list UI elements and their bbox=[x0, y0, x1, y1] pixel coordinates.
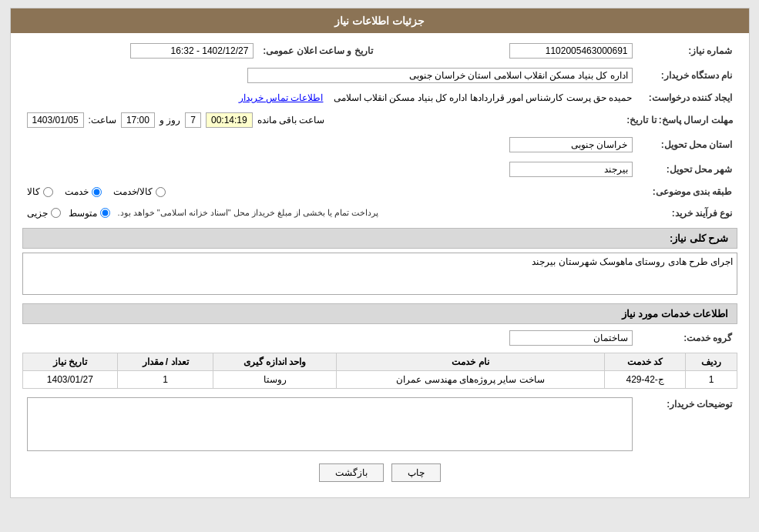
buyer-org-label: نام دستگاه خریدار: bbox=[637, 65, 737, 85]
back-button[interactable]: بازگشت bbox=[319, 463, 384, 482]
cell-name: ساخت سایر پروژه‌های مهندسی عمران bbox=[337, 371, 605, 389]
col-name: نام خدمت bbox=[337, 353, 605, 371]
purchase-type-label: نوع فرآیند خرید: bbox=[637, 204, 737, 222]
service-group-box: ساختمان bbox=[509, 330, 633, 346]
buyer-org-value: اداره کل بنیاد مسکن انقلاب اسلامی استان … bbox=[22, 65, 637, 85]
creator-value: حمیده حق پرست کارشناس امور قراردادها ادا… bbox=[22, 90, 637, 105]
province-value: خراسان جنوبی bbox=[22, 135, 637, 155]
page-wrapper: جزئیات اطلاعات نیاز شماره نیاز: 11020054… bbox=[10, 8, 750, 498]
print-button[interactable]: چاپ bbox=[391, 463, 441, 482]
col-unit: واحد اندازه گیری bbox=[213, 353, 336, 371]
creator-label: ایجاد کننده درخواست: bbox=[637, 90, 737, 105]
description-area: اجرای طرح هادی روستای ماهوسک شهرستان بیر… bbox=[22, 253, 737, 297]
cell-quantity: 1 bbox=[118, 371, 213, 389]
city-label: شهر محل تحویل: bbox=[637, 159, 737, 179]
province-box: خراسان جنوبی bbox=[509, 137, 633, 152]
purchase-type-note: پرداخت تمام یا بخشی از مبلغ خریداز محل "… bbox=[118, 206, 379, 219]
purchase-type-motavasset-label: متوسط bbox=[69, 208, 97, 219]
deadline-remaining-label: ساعت باقی مانده bbox=[257, 115, 325, 125]
purchase-type-value: جزیی متوسط پرداخت تمام یا بخشی از مبلغ خ… bbox=[22, 204, 637, 222]
category-label: طبقه بندی موضوعی: bbox=[637, 184, 737, 199]
description-textarea[interactable]: اجرای طرح هادی روستای ماهوسک شهرستان بیر… bbox=[22, 253, 737, 295]
description-section-header: شرح کلی نیاز: bbox=[22, 228, 737, 249]
announcement-date-box: 1402/12/27 - 16:32 bbox=[130, 43, 254, 59]
category-khedmat-radio[interactable] bbox=[92, 187, 102, 197]
announcement-date-label: تاریخ و ساعت اعلان عمومی: bbox=[258, 41, 377, 61]
category-kala-radio[interactable] bbox=[43, 187, 53, 197]
category-option-kala-khedmat[interactable]: کالا/خدمت bbox=[113, 186, 166, 197]
city-table: شهر محل تحویل: بیرجند bbox=[22, 159, 737, 179]
deadline-time: 17:00 bbox=[121, 112, 155, 128]
deadline-value: 1403/01/05 ساعت: 17:00 روز و 7 00:14:19 … bbox=[22, 110, 623, 130]
buyer-notes-value bbox=[22, 395, 637, 456]
purchase-type-jozi-label: جزیی bbox=[27, 208, 48, 219]
purchase-type-table: نوع فرآیند خرید: جزیی متوسط bbox=[22, 204, 737, 222]
buyer-notes-textarea[interactable] bbox=[27, 397, 633, 451]
cell-date: 1403/01/27 bbox=[22, 371, 118, 389]
buyer-notes-label: توضیحات خریدار: bbox=[637, 395, 737, 456]
need-number-box: 1102005463000691 bbox=[509, 43, 633, 59]
creator-text: حمیده حق پرست کارشناس امور قراردادها ادا… bbox=[334, 92, 633, 103]
need-number-label: شماره نیاز: bbox=[637, 41, 737, 61]
deadline-days: 7 bbox=[185, 112, 201, 128]
purchase-type-jozi-radio[interactable] bbox=[51, 208, 61, 218]
table-row: 1ج-42-429ساخت سایر پروژه‌های مهندسی عمرا… bbox=[22, 371, 737, 389]
deadline-date: 1403/01/05 bbox=[27, 112, 84, 128]
cell-unit: روستا bbox=[213, 371, 336, 389]
services-section-header: اطلاعات خدمات مورد نیاز bbox=[22, 303, 737, 324]
category-kala-khedmat-radio[interactable] bbox=[156, 187, 166, 197]
header-info-table: شماره نیاز: 1102005463000691 تاریخ و ساع… bbox=[22, 41, 737, 61]
button-row: چاپ بازگشت bbox=[22, 463, 737, 482]
category-kala-khedmat-label: کالا/خدمت bbox=[113, 186, 153, 197]
buyer-org-box: اداره کل بنیاد مسکن انقلاب اسلامی استان … bbox=[247, 68, 633, 83]
cell-row: 1 bbox=[686, 371, 737, 389]
need-number-value: 1102005463000691 bbox=[401, 41, 637, 61]
category-kala-label: کالا bbox=[27, 186, 40, 197]
cell-code: ج-42-429 bbox=[604, 371, 686, 389]
creator-table: ایجاد کننده درخواست: حمیده حق پرست کارشن… bbox=[22, 90, 737, 105]
deadline-time-label: ساعت: bbox=[89, 115, 116, 125]
page-title: جزئیات اطلاعات نیاز bbox=[11, 8, 749, 33]
col-qty: تعداد / مقدار bbox=[118, 353, 213, 371]
category-table: طبقه بندی موضوعی: کالا خدمت کالا/خدمت bbox=[22, 184, 737, 199]
province-label: استان محل تحویل: bbox=[637, 135, 737, 155]
announcement-date-value: 1402/12/27 - 16:32 bbox=[22, 41, 259, 61]
content-area: شماره نیاز: 1102005463000691 تاریخ و ساع… bbox=[11, 33, 749, 497]
col-row: ردیف bbox=[686, 353, 737, 371]
col-date: تاریخ نیاز bbox=[22, 353, 118, 371]
col-code: کد خدمت bbox=[604, 353, 686, 371]
deadline-label: مهلت ارسال پاسخ: تا تاریخ: bbox=[622, 110, 737, 130]
deadline-table: مهلت ارسال پاسخ: تا تاریخ: 1403/01/05 سا… bbox=[22, 110, 737, 130]
city-box: بیرجند bbox=[509, 162, 633, 177]
service-group-label: گروه خدمت: bbox=[637, 328, 737, 348]
category-option-khedmat[interactable]: خدمت bbox=[65, 186, 102, 197]
category-option-kala[interactable]: کالا bbox=[27, 186, 53, 197]
category-khedmat-label: خدمت bbox=[65, 186, 89, 197]
service-group-value: ساختمان bbox=[22, 328, 637, 348]
contact-link[interactable]: اطلاعات تماس خریدار bbox=[239, 92, 324, 103]
category-value: کالا خدمت کالا/خدمت bbox=[22, 184, 637, 199]
buyer-notes-table: توضیحات خریدار: bbox=[22, 395, 737, 456]
purchase-type-motavasset-radio[interactable] bbox=[100, 208, 110, 218]
services-table: ردیف کد خدمت نام خدمت واحد اندازه گیری ت… bbox=[22, 353, 737, 389]
deadline-day-label: روز و bbox=[160, 115, 180, 125]
service-group-table: گروه خدمت: ساختمان bbox=[22, 328, 737, 348]
purchase-type-motavasset[interactable]: متوسط bbox=[69, 208, 110, 219]
buyer-org-table: نام دستگاه خریدار: اداره کل بنیاد مسکن ا… bbox=[22, 65, 737, 85]
purchase-type-jozi[interactable]: جزیی bbox=[27, 208, 61, 219]
deadline-remaining: 00:14:19 bbox=[206, 112, 253, 128]
city-value: بیرجند bbox=[22, 159, 637, 179]
province-table: استان محل تحویل: خراسان جنوبی bbox=[22, 135, 737, 155]
